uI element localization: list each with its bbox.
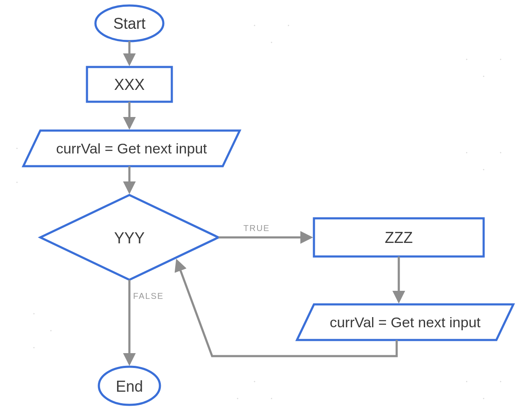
svg-point-19: [254, 381, 255, 382]
svg-point-12: [34, 313, 35, 315]
svg-point-5: [288, 25, 289, 26]
svg-point-6: [466, 59, 468, 60]
decision-node: YYY: [40, 195, 218, 280]
svg-point-4: [271, 42, 272, 43]
start-node: Start: [95, 6, 163, 41]
svg-point-20: [271, 398, 272, 399]
start-label: Start: [113, 15, 146, 32]
svg-point-10: [483, 169, 484, 170]
io-node-2: currVal = Get next input: [297, 304, 513, 340]
svg-point-11: [500, 152, 501, 153]
true-label: TRUE: [244, 223, 270, 233]
decision-label: YYY: [114, 229, 145, 247]
end-label: End: [116, 378, 143, 395]
process-zzz-label: ZZZ: [385, 229, 413, 246]
false-label: FALSE: [133, 291, 164, 301]
svg-point-7: [483, 76, 484, 77]
svg-point-14: [34, 347, 35, 348]
process-xxx-label: XXX: [114, 76, 145, 93]
io-node-1: currVal = Get next input: [23, 131, 240, 166]
svg-point-0: [17, 148, 18, 149]
svg-point-13: [50, 330, 52, 332]
io2-label: currVal = Get next input: [330, 314, 481, 330]
process-zzz-node: ZZZ: [314, 218, 484, 256]
svg-point-17: [500, 381, 501, 382]
end-node: End: [99, 367, 160, 405]
svg-point-2: [17, 182, 18, 183]
svg-point-15: [466, 381, 468, 382]
svg-point-18: [237, 398, 238, 399]
svg-point-3: [254, 25, 255, 26]
process-xxx-node: XXX: [87, 67, 172, 102]
svg-point-8: [500, 59, 501, 60]
svg-point-9: [466, 152, 468, 153]
svg-point-16: [483, 398, 484, 399]
io1-label: currVal = Get next input: [56, 140, 207, 156]
flowchart-canvas: Start XXX currVal = Get next input YYY Z…: [0, 0, 532, 418]
